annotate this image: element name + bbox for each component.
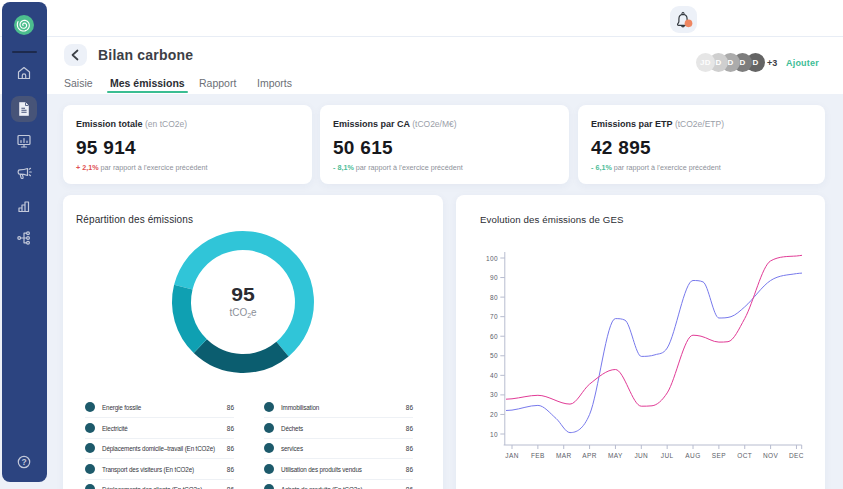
svg-text:95: 95 [231,284,255,305]
svg-text:tCO2e: tCO2e [229,307,257,319]
